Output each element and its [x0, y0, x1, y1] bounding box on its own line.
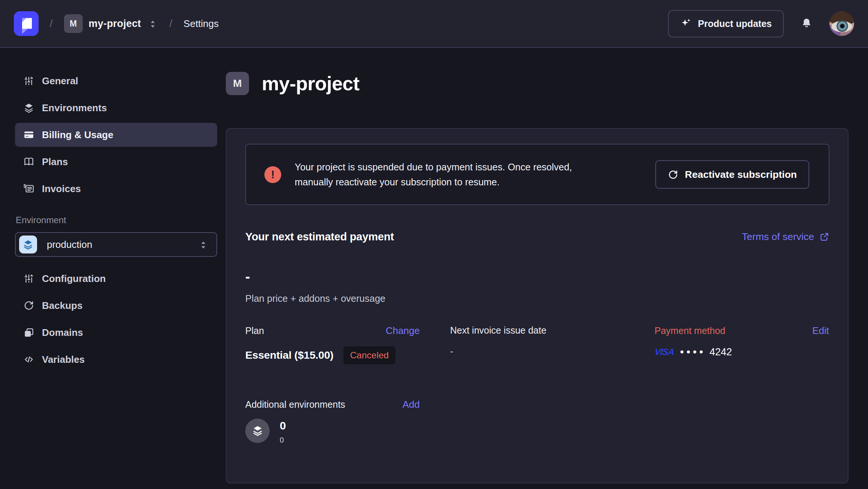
rotate-cw-icon	[668, 169, 679, 180]
chevron-up-down-icon	[198, 239, 209, 250]
reactivate-subscription-button[interactable]: Reactivate subscription	[655, 160, 809, 189]
layers-icon	[23, 102, 34, 113]
code-icon	[23, 354, 34, 365]
sidebar-item-label: Invoices	[42, 183, 81, 195]
environments-count-block: 0 0	[280, 419, 286, 444]
sidebar: General Environments Billing & Usage	[0, 48, 226, 489]
billing-details-grid: Plan Change Essential ($15.00) Canceled …	[245, 325, 829, 364]
invoice-column: Next invoice issue date -	[450, 325, 655, 364]
strapi-logo-glyph	[14, 11, 39, 36]
estimated-payment-amount: -	[245, 269, 829, 285]
sidebar-item-billing-usage[interactable]: Billing & Usage	[15, 123, 217, 147]
terms-of-service-link[interactable]: Terms of service	[742, 231, 829, 243]
sidebar-item-label: Billing & Usage	[42, 129, 113, 141]
additional-environments-label: Additional environments	[245, 399, 345, 410]
plan-column: Plan Change Essential ($15.00) Canceled	[245, 325, 450, 364]
product-updates-label: Product updates	[698, 18, 772, 29]
external-link-icon	[819, 232, 829, 242]
stack-icon	[23, 327, 34, 338]
product-updates-button[interactable]: Product updates	[668, 10, 784, 37]
environments-count-badge	[245, 419, 270, 443]
plan-name: Essential ($15.00)	[245, 349, 334, 361]
user-avatar[interactable]	[829, 11, 854, 36]
bell-icon	[800, 17, 813, 30]
card-number-dots: ••••	[680, 347, 706, 358]
sidebar-item-invoices[interactable]: $ Invoices	[15, 177, 217, 201]
next-invoice-value: -	[450, 346, 453, 357]
layers-icon	[252, 425, 264, 437]
layers-icon	[22, 239, 34, 250]
breadcrumb-separator: /	[170, 18, 173, 30]
project-initial-badge-large: M	[226, 72, 249, 95]
breadcrumb-project-selector[interactable]: M my-project	[64, 14, 158, 33]
environment-section-label: Environment	[16, 215, 217, 225]
sidebar-item-label: Backups	[42, 300, 82, 312]
add-environment-link[interactable]: Add	[403, 399, 420, 410]
payment-heading-row: Your next estimated payment Terms of ser…	[245, 231, 829, 243]
sidebar-item-environments[interactable]: Environments	[15, 96, 217, 120]
billing-card: ! Your project is suspended due to payme…	[226, 128, 849, 483]
sidebar-item-variables[interactable]: Variables	[15, 347, 217, 371]
sidebar-item-label: Variables	[42, 354, 85, 365]
breadcrumb-project-name: my-project	[89, 18, 141, 30]
suspension-alert-text: Your project is suspended due to payment…	[295, 160, 572, 189]
card-last4: 4242	[710, 346, 732, 358]
payment-method-column: Payment method Edit VISA •••• 4242	[655, 325, 829, 364]
environment-select[interactable]: production	[15, 232, 217, 257]
book-icon	[23, 156, 34, 167]
breadcrumb-settings[interactable]: Settings	[183, 18, 219, 30]
sparkles-icon	[680, 18, 692, 30]
rotate-cw-icon	[23, 300, 34, 311]
credit-card-icon	[23, 129, 34, 140]
sidebar-item-label: Environments	[42, 102, 107, 114]
next-invoice-label: Next invoice issue date	[450, 325, 546, 336]
sidebar-item-general[interactable]: General	[15, 69, 217, 93]
sidebar-item-configuration[interactable]: Configuration	[15, 267, 217, 291]
change-plan-link[interactable]: Change	[386, 325, 420, 337]
content-area: General Environments Billing & Usage	[0, 48, 868, 489]
navbar-actions: Product updates	[668, 10, 854, 37]
sidebar-item-label: Plans	[42, 156, 68, 168]
sidebar-item-label: Configuration	[42, 273, 106, 285]
receipt-icon: $	[23, 183, 34, 194]
notifications-button[interactable]	[800, 17, 813, 30]
page-title: my-project	[262, 72, 359, 95]
environment-badge	[19, 236, 37, 253]
plan-status-badge: Canceled	[343, 346, 396, 364]
app-root: / M my-project / Settings Product update…	[0, 0, 868, 489]
sidebar-item-label: Domains	[42, 327, 83, 338]
environment-nav: Configuration Backups Domains	[15, 267, 217, 371]
main-panel: M my-project ! Your project is suspended…	[226, 48, 868, 489]
exclamation-circle-icon: !	[264, 166, 281, 183]
project-initial-badge: M	[64, 14, 83, 33]
environments-count: 0	[280, 419, 286, 432]
sidebar-item-plans[interactable]: Plans	[15, 150, 217, 174]
visa-logo: VISA	[654, 347, 675, 357]
sidebar-item-label: General	[42, 75, 78, 87]
environments-subcount: 0	[280, 436, 286, 444]
strapi-logo[interactable]	[14, 11, 39, 36]
top-navbar: / M my-project / Settings Product update…	[0, 0, 868, 48]
sidebar-item-domains[interactable]: Domains	[15, 321, 217, 344]
sliders-icon	[23, 75, 34, 86]
suspension-alert: ! Your project is suspended due to payme…	[245, 144, 829, 205]
next-payment-heading: Your next estimated payment	[245, 231, 394, 243]
additional-environments-section: Additional environments Add 0	[245, 399, 829, 444]
sidebar-item-backups[interactable]: Backups	[15, 294, 217, 318]
reactivate-subscription-label: Reactivate subscription	[685, 169, 797, 180]
payment-method-label: Payment method	[655, 325, 725, 336]
payment-formula: Plan price + addons + overusage	[245, 293, 829, 304]
edit-payment-method-link[interactable]: Edit	[812, 325, 829, 337]
plan-label: Plan	[245, 325, 264, 336]
breadcrumb-separator: /	[50, 18, 53, 30]
environment-select-value: production	[47, 239, 188, 250]
sliders-icon	[23, 273, 34, 284]
chevron-up-down-icon	[147, 18, 158, 29]
page-heading: M my-project	[226, 72, 849, 95]
